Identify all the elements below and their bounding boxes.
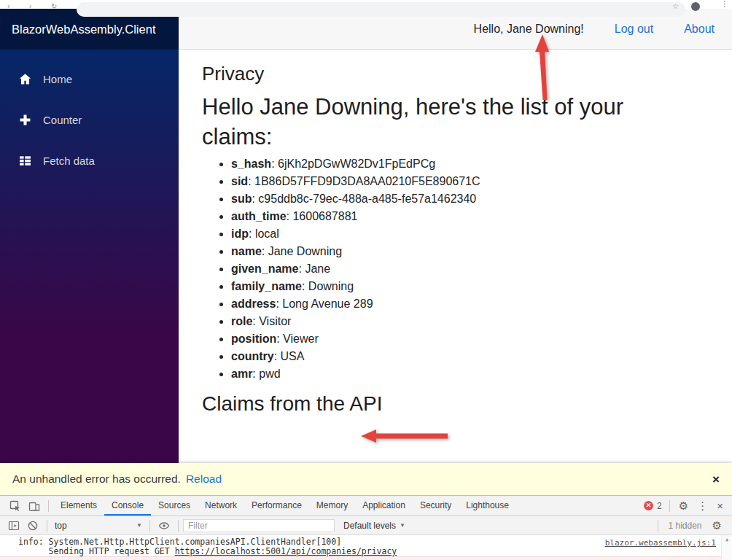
claim-item-name: name: Jane Downing bbox=[231, 246, 709, 257]
devtools-tabbar: ElementsConsoleSourcesNetworkPerformance… bbox=[0, 496, 732, 516]
error-count-badge-icon[interactable]: ✕ bbox=[644, 501, 653, 510]
log-line: Sending HTTP request GET https://localho… bbox=[0, 547, 732, 556]
devtools-settings-icon[interactable]: ⚙ bbox=[679, 500, 688, 512]
claims-list: s_hash: 6jKh2pDGwW82Dv1FpEdPCgsid: 1B86D… bbox=[202, 158, 709, 380]
claim-item-country: country: USA bbox=[231, 351, 709, 362]
scroll-up-icon[interactable]: ▲ bbox=[722, 535, 732, 544]
inspect-element-icon[interactable] bbox=[9, 500, 21, 512]
console-toolbar-right: 1 hidden ⚙ bbox=[653, 520, 727, 532]
main-content: Privacy Hello Jane Downing, here's the l… bbox=[179, 50, 732, 463]
devtools-tab-memory[interactable]: Memory bbox=[309, 496, 355, 516]
hidden-messages-count[interactable]: 1 hidden bbox=[669, 521, 702, 531]
devtools-tab-lighthouse[interactable]: Lighthouse bbox=[459, 496, 516, 516]
sidebar-item-label: Fetch data bbox=[43, 155, 95, 167]
source-file-link[interactable]: blazor.webassembly.js:1 bbox=[605, 538, 716, 548]
home-icon bbox=[19, 73, 31, 85]
claim-item-s_hash: s_hash: 6jKh2pDGwW82Dv1FpEdPCg bbox=[231, 158, 709, 170]
divider bbox=[149, 520, 150, 532]
console-sidebar-toggle-icon[interactable] bbox=[8, 520, 20, 532]
javascript-context-select[interactable]: top ▼ bbox=[52, 521, 145, 531]
context-value: top bbox=[55, 521, 67, 531]
console-error-row bbox=[0, 556, 732, 560]
reload-link[interactable]: Reload bbox=[186, 472, 222, 486]
browser-menu-icon[interactable]: ⋮ bbox=[721, 0, 728, 8]
claim-item-role: role: Visitor bbox=[231, 316, 709, 327]
devtools-tab-elements[interactable]: Elements bbox=[53, 496, 104, 516]
devtools-close-icon[interactable]: × bbox=[717, 500, 723, 512]
sidebar: Home Counter Fetch data bbox=[0, 50, 179, 463]
devtools-tab-sources[interactable]: Sources bbox=[151, 496, 198, 516]
console-filter-input[interactable] bbox=[183, 519, 335, 532]
log-levels-select[interactable]: Default levels ▼ bbox=[343, 521, 405, 531]
about-link[interactable]: About bbox=[684, 23, 715, 36]
claim-item-address: address: Long Avenue 289 bbox=[231, 298, 709, 310]
clear-console-icon[interactable] bbox=[27, 520, 39, 532]
avatar[interactable] bbox=[691, 2, 700, 11]
claims-greeting-heading: Hello Jane Downing, here's the list of y… bbox=[202, 92, 654, 152]
sidebar-item-counter[interactable]: Counter bbox=[0, 102, 179, 137]
devtools-tab-console[interactable]: Console bbox=[104, 496, 151, 516]
sidebar-item-label: Home bbox=[43, 73, 72, 85]
refresh-icon[interactable]: ↻ bbox=[51, 3, 58, 10]
error-message: An unhandled error has occurred. bbox=[12, 472, 181, 486]
claim-item-idp: idp: local bbox=[231, 228, 709, 240]
claim-item-amr: amr: pwd bbox=[231, 368, 709, 380]
divider bbox=[669, 500, 670, 512]
page-title: Privacy bbox=[202, 63, 709, 85]
sidebar-item-fetch-data[interactable]: Fetch data bbox=[0, 143, 179, 178]
divider bbox=[658, 520, 658, 532]
chevron-down-icon: ▼ bbox=[136, 522, 142, 529]
request-url-link[interactable]: https://localhost:5001/api/companies/pri… bbox=[175, 546, 397, 556]
annotation-arrow-left bbox=[359, 427, 451, 445]
claim-item-position: position: Viewer bbox=[231, 333, 709, 345]
claim-item-sub: sub: c95ddb8c-79ec-488a-a485-fe57a146234… bbox=[231, 193, 709, 205]
logout-link[interactable]: Log out bbox=[615, 23, 653, 36]
devtools-tab-security[interactable]: Security bbox=[413, 496, 459, 516]
divider bbox=[178, 520, 179, 532]
console-scrollbar[interactable]: ▲ bbox=[721, 535, 732, 560]
error-bar-close-icon[interactable]: × bbox=[712, 473, 720, 486]
browser-chrome: ‹ › ↻ ☆ ⋮ bbox=[0, 0, 732, 9]
device-toolbar-icon[interactable] bbox=[28, 500, 40, 512]
log-text: Sending HTTP request GET bbox=[18, 546, 175, 556]
claim-item-sid: sid: 1B86D57FFD9D3DA8AA0210F5E890671C bbox=[231, 176, 709, 187]
console-settings-icon[interactable]: ⚙ bbox=[712, 520, 722, 532]
forward-icon[interactable]: › bbox=[29, 3, 36, 10]
user-greeting[interactable]: Hello, Jane Downing! bbox=[474, 23, 584, 36]
divider bbox=[48, 500, 49, 512]
annotation-arrow-up bbox=[533, 32, 552, 102]
sidebar-item-home[interactable]: Home bbox=[0, 61, 179, 96]
list-icon bbox=[19, 155, 31, 167]
claim-item-auth_time: auth_time: 1600687881 bbox=[231, 211, 709, 222]
sidebar-item-label: Counter bbox=[43, 114, 82, 126]
devtools-tabbar-right: ✕ 2 ⚙ ⋮ × bbox=[644, 500, 728, 512]
divider bbox=[47, 520, 47, 532]
bookmark-star-icon[interactable]: ☆ bbox=[672, 3, 680, 10]
console-toolbar: top ▼ Default levels ▼ 1 hidden ⚙ bbox=[0, 516, 732, 535]
devtools-more-icon[interactable]: ⋮ bbox=[697, 500, 708, 512]
console-output: info: System.Net.Http.HttpClient.compani… bbox=[0, 535, 732, 560]
claim-item-family_name: family_name: Downing bbox=[231, 281, 709, 292]
back-icon[interactable]: ‹ bbox=[7, 3, 15, 10]
devtools-tab-performance[interactable]: Performance bbox=[244, 496, 309, 516]
levels-value: Default levels bbox=[343, 521, 396, 531]
address-bar[interactable] bbox=[77, 2, 685, 17]
page: ‹ › ↻ ☆ ⋮ BlazorWebAssembly.Client Hello… bbox=[0, 0, 732, 560]
devtools-panel: ElementsConsoleSourcesNetworkPerformance… bbox=[0, 495, 732, 560]
devtools-tabs: ElementsConsoleSourcesNetworkPerformance… bbox=[53, 496, 516, 516]
plus-icon bbox=[19, 114, 31, 126]
api-claims-heading: Claims from the API bbox=[202, 392, 709, 416]
chevron-down-icon: ▼ bbox=[400, 522, 405, 529]
blazor-error-bar: An unhandled error has occurred. Reload … bbox=[0, 463, 732, 495]
claim-item-given_name: given_name: Jane bbox=[231, 263, 709, 275]
live-expression-eye-icon[interactable] bbox=[158, 520, 170, 532]
devtools-tab-network[interactable]: Network bbox=[198, 496, 244, 516]
error-count: 2 bbox=[657, 501, 662, 511]
devtools-tab-application[interactable]: Application bbox=[355, 496, 413, 516]
